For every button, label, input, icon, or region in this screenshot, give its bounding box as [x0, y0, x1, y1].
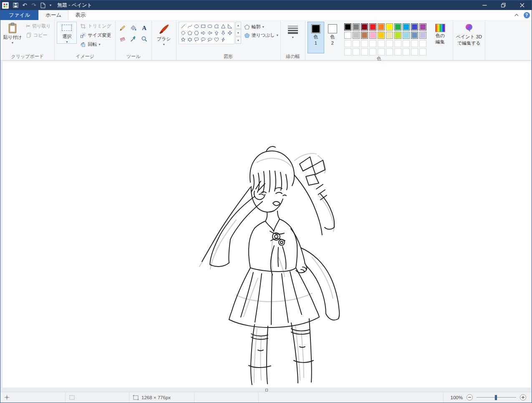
- shape-cloud-callout-icon[interactable]: [207, 36, 213, 43]
- palette-swatch[interactable]: [419, 32, 426, 39]
- palette-swatch[interactable]: [378, 23, 385, 30]
- palette-swatch[interactable]: [344, 23, 351, 30]
- shapes-scroll-up-button[interactable]: ▴: [235, 22, 241, 29]
- shape-oval-icon[interactable]: [193, 23, 200, 30]
- palette-swatch[interactable]: [353, 32, 360, 39]
- palette-swatch[interactable]: [369, 23, 376, 30]
- crop-button[interactable]: トリミング: [78, 22, 113, 30]
- shape-diamond-icon[interactable]: [180, 30, 187, 36]
- line-width-button[interactable]: ▾: [283, 22, 303, 39]
- palette-swatch[interactable]: [403, 23, 410, 30]
- palette-swatch-empty[interactable]: [386, 48, 393, 55]
- minimize-button[interactable]: [475, 0, 494, 10]
- palette-swatch[interactable]: [386, 23, 393, 30]
- tab-view[interactable]: 表示: [68, 10, 92, 20]
- palette-swatch[interactable]: [394, 32, 401, 39]
- shape-rounded-callout-icon[interactable]: [193, 36, 200, 43]
- fill-tool-button[interactable]: [129, 23, 139, 33]
- resize-button[interactable]: サイズ変更: [78, 31, 113, 40]
- palette-swatch-empty[interactable]: [344, 48, 351, 55]
- rotate-button[interactable]: 回転 ▾: [78, 40, 113, 49]
- palette-swatch[interactable]: [361, 23, 368, 30]
- zoom-slider[interactable]: [477, 394, 516, 401]
- shape-six-point-star-icon[interactable]: [187, 36, 193, 43]
- shape-arrow-up-icon[interactable]: [213, 30, 220, 36]
- shape-curve-icon[interactable]: [187, 23, 193, 30]
- paste-button[interactable]: 貼り付け ▾: [3, 22, 23, 44]
- redo-button[interactable]: ↷: [30, 1, 38, 10]
- titlebar[interactable]: ↶ ↷ ▾ 無題 - ペイント: [0, 0, 532, 10]
- close-button[interactable]: [513, 0, 532, 10]
- eraser-tool-button[interactable]: [118, 34, 128, 44]
- collapse-ribbon-button[interactable]: [512, 10, 522, 20]
- select-button[interactable]: 選択 ▾: [57, 22, 77, 44]
- shape-right-triangle-icon[interactable]: [227, 23, 233, 30]
- copy-button[interactable]: コピー: [24, 31, 52, 40]
- shape-line-icon[interactable]: [180, 23, 187, 30]
- zoom-in-button[interactable]: [519, 394, 527, 401]
- palette-swatch-empty[interactable]: [411, 48, 418, 55]
- shape-arrow-down-icon[interactable]: [220, 30, 227, 36]
- palette-swatch-empty[interactable]: [344, 40, 351, 47]
- shape-rectangle-icon[interactable]: [200, 23, 207, 30]
- palette-swatch-empty[interactable]: [369, 48, 376, 55]
- zoom-slider-thumb[interactable]: [495, 395, 497, 400]
- brushes-button[interactable]: ブラシ ▾: [154, 22, 174, 46]
- palette-swatch-empty[interactable]: [361, 48, 368, 55]
- cut-button[interactable]: ✂ 切り取り: [24, 22, 52, 30]
- shape-arrow-right-icon[interactable]: [200, 30, 207, 36]
- palette-swatch[interactable]: [361, 32, 368, 39]
- help-button[interactable]: ?: [522, 10, 532, 20]
- shapes-scroll-down-button[interactable]: ▾: [235, 29, 241, 36]
- palette-swatch-empty[interactable]: [369, 40, 376, 47]
- shape-outline-button[interactable]: 輪郭 ▾: [244, 24, 278, 30]
- shape-hexagon-icon[interactable]: [193, 30, 200, 36]
- color-picker-tool-button[interactable]: [129, 34, 139, 44]
- palette-swatch-empty[interactable]: [403, 40, 410, 47]
- palette-swatch[interactable]: [386, 32, 393, 39]
- pencil-tool-button[interactable]: [118, 23, 128, 33]
- color2-button[interactable]: 色 2: [324, 22, 341, 53]
- tab-file[interactable]: ファイル: [0, 10, 38, 20]
- palette-swatch[interactable]: [378, 32, 385, 39]
- shape-rounded-rectangle-icon[interactable]: [207, 23, 213, 30]
- palette-swatch-empty[interactable]: [378, 48, 385, 55]
- palette-swatch[interactable]: [344, 32, 351, 39]
- palette-swatch-empty[interactable]: [411, 40, 418, 47]
- shape-fill-button[interactable]: 塗りつぶし ▾: [244, 32, 278, 38]
- palette-swatch-empty[interactable]: [378, 40, 385, 47]
- palette-swatch[interactable]: [369, 32, 376, 39]
- shape-heart-icon[interactable]: [213, 36, 220, 43]
- palette-swatch-empty[interactable]: [403, 48, 410, 55]
- shape-polygon-icon[interactable]: [213, 23, 220, 30]
- palette-swatch[interactable]: [411, 23, 418, 30]
- shape-four-point-star-icon[interactable]: [227, 30, 233, 36]
- palette-swatch[interactable]: [419, 23, 426, 30]
- palette-swatch-empty[interactable]: [419, 40, 426, 47]
- tab-home[interactable]: ホーム: [38, 10, 68, 20]
- palette-swatch-empty[interactable]: [353, 48, 360, 55]
- palette-swatch-empty[interactable]: [394, 48, 401, 55]
- shape-lightning-icon[interactable]: [220, 36, 227, 43]
- drawing-canvas[interactable]: [3, 61, 531, 388]
- palette-swatch[interactable]: [394, 23, 401, 30]
- palette-swatch[interactable]: [353, 23, 360, 30]
- shapes-more-button[interactable]: ▾: [235, 37, 241, 44]
- color1-button[interactable]: 色 1: [308, 22, 324, 53]
- palette-swatch-empty[interactable]: [386, 40, 393, 47]
- canvas-resize-handle[interactable]: [265, 389, 268, 391]
- shape-five-point-star-icon[interactable]: [180, 36, 187, 43]
- restore-button[interactable]: [494, 0, 513, 10]
- shape-arrow-left-icon[interactable]: [207, 30, 213, 36]
- palette-swatch-empty[interactable]: [353, 40, 360, 47]
- undo-button[interactable]: ↶: [20, 1, 29, 10]
- text-tool-button[interactable]: A: [139, 23, 149, 33]
- edit-colors-button[interactable]: 色の 編集: [430, 22, 451, 45]
- palette-swatch-empty[interactable]: [394, 40, 401, 47]
- shape-pentagon-icon[interactable]: [187, 30, 193, 36]
- qat-dropdown[interactable]: ▾: [48, 3, 53, 7]
- zoom-out-button[interactable]: [466, 394, 473, 401]
- shape-triangle-icon[interactable]: [220, 23, 227, 30]
- palette-swatch[interactable]: [403, 32, 410, 39]
- new-button[interactable]: [39, 1, 47, 10]
